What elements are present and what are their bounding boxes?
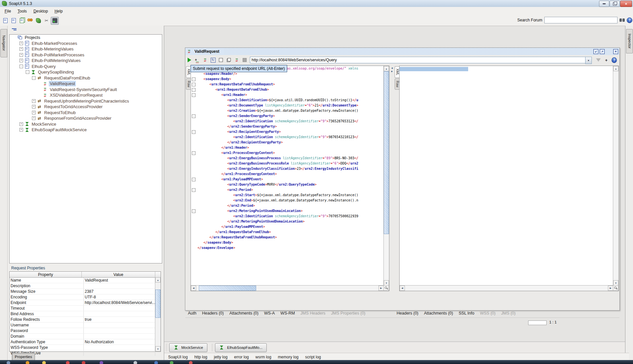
tab-auth[interactable]: Auth — [188, 311, 196, 316]
log-tab-http-log[interactable]: http log — [194, 355, 207, 359]
property-value-cell[interactable]: 2387 — [84, 289, 155, 294]
fold-collapse-icon[interactable]: - — [192, 114, 196, 118]
log-tab-error-log[interactable]: error log — [234, 355, 249, 359]
tree-item-elhub-query[interactable]: -Elhub-Query — [10, 64, 162, 70]
request-tab-raw[interactable]: Raw — [186, 78, 191, 90]
add-to-testcase-icon[interactable]: + — [195, 57, 200, 63]
magnifier-icon[interactable] — [613, 285, 618, 291]
tree-expander-icon[interactable]: + — [19, 53, 23, 57]
log-tab-wsrm-log[interactable]: wsrm log — [256, 355, 271, 359]
property-value-cell[interactable]: UTF-8 — [84, 294, 155, 300]
add-assertion-icon[interactable]: + — [604, 57, 609, 63]
tree-item-querysoapbinding[interactable]: -QuerySoapBinding — [10, 69, 162, 75]
tree-item-responsefromgridaccessprovider[interactable]: +⇄ResponseFromGridAccessProvider — [10, 115, 162, 121]
tree-options-icon[interactable] — [12, 28, 17, 33]
scroll-up-icon[interactable]: ▲ — [155, 277, 161, 283]
tree-item-projects[interactable]: Projects — [10, 35, 162, 41]
response-xml-editor[interactable] — [400, 66, 613, 286]
proxy-toggle-icon[interactable] — [51, 17, 59, 25]
minimized-window-elhubsoapfaultmo[interactable]: ElhubSoapFaultMo... — [215, 343, 267, 352]
property-value-cell[interactable]: No Authorization — [84, 339, 155, 345]
title-bar[interactable]: SoapUI 5.1.3 ✕ — [0, 0, 633, 7]
tab-inspector[interactable]: Inspector — [626, 29, 633, 53]
property-value-cell[interactable] — [84, 322, 155, 328]
tree-expander-icon[interactable]: + — [19, 59, 23, 62]
tab-navigator[interactable]: Navigator — [0, 29, 7, 57]
save-all-projects-icon[interactable] — [18, 17, 26, 25]
menu-item-help[interactable]: Help — [51, 8, 66, 15]
search-forum-input[interactable] — [544, 17, 618, 23]
column-header-value[interactable]: Value — [82, 272, 155, 277]
os-taskbar[interactable] — [0, 360, 633, 364]
tree-expander-icon[interactable]: + — [32, 111, 36, 114]
tree-expander-icon[interactable]: + — [19, 47, 23, 51]
clone-request-icon[interactable] — [226, 57, 231, 63]
tree-expander-icon[interactable]: + — [19, 42, 23, 45]
preferences-icon[interactable]: ✂ — [43, 17, 50, 25]
log-tab-jetty-log[interactable]: jetty log — [214, 355, 227, 359]
request-xml-editor[interactable]: <soapenv:Envelope xmlns:soapenv="http://… — [191, 66, 384, 286]
tree-expander-icon[interactable]: + — [32, 99, 36, 103]
property-value-cell[interactable] — [84, 311, 155, 317]
request-help-icon[interactable]: ? — [612, 57, 617, 63]
tree-expander-icon[interactable]: - — [32, 76, 36, 80]
fold-collapse-icon[interactable]: - — [192, 209, 196, 213]
tree-item-validrequest-system-securityfault[interactable]: SOAPValidRequest-System/SecurityFault — [10, 87, 162, 93]
tree-expander-icon[interactable]: - — [26, 70, 29, 74]
recreate-request-icon[interactable]: ↻ — [210, 57, 216, 63]
fold-collapse-icon[interactable]: - — [192, 130, 196, 134]
tree-expander-icon[interactable]: - — [19, 65, 23, 68]
tree-expander-icon[interactable]: + — [19, 122, 23, 126]
tree-item-xsdvalidationerrorrequest[interactable]: SOAPXSDValidationErrorRequest — [10, 92, 162, 98]
menu-item-desktop[interactable]: Desktop — [30, 8, 51, 15]
response-tab-xml[interactable]: XML — [395, 66, 400, 78]
fold-collapse-icon[interactable]: - — [192, 88, 196, 92]
tree-item-mockservice[interactable]: +MockService — [10, 121, 162, 127]
close-button[interactable]: ✕ — [620, 1, 632, 7]
fold-collapse-icon[interactable]: - — [192, 178, 196, 181]
tree-item-elhub-marketprocesses[interactable]: +Elhub-MarketProcesses — [10, 41, 162, 46]
log-tab-memory-log[interactable]: memory log — [278, 355, 299, 359]
fold-collapse-icon[interactable]: - — [192, 151, 196, 155]
help-icon[interactable]: ? — [627, 17, 632, 23]
tree-expander-icon[interactable]: + — [32, 105, 36, 108]
property-value-cell[interactable] — [84, 334, 155, 339]
property-value-cell[interactable] — [84, 350, 155, 356]
window-close-icon[interactable]: ✕ — [613, 49, 618, 54]
response-horizontal-scrollbar[interactable]: ◀ ▶ — [400, 285, 613, 291]
tree-expander-icon[interactable]: + — [32, 116, 36, 120]
log-tab-script-log[interactable]: script log — [305, 355, 321, 359]
scroll-down-icon[interactable]: ▼ — [155, 346, 161, 351]
properties-scrollbar[interactable]: ▲ ▼ — [155, 277, 161, 351]
tree-expander-icon[interactable]: + — [19, 128, 23, 132]
tree-item-elhubsoapfaultmockservice[interactable]: +ElhubSoapFaultMockService — [10, 127, 162, 133]
property-value-cell[interactable]: http://localhost:8084/WebService/servi..… — [84, 300, 155, 305]
property-value-cell[interactable]: true — [84, 317, 155, 322]
fold-collapse-icon[interactable]: - — [192, 83, 196, 86]
search-icon[interactable] — [619, 18, 625, 22]
properties-toggle-button[interactable]: Properties — [12, 353, 35, 360]
tree-item-requesttogridaccessprovider[interactable]: +⇄RequestToGridAccessProvider — [10, 104, 162, 110]
request-horizontal-scrollbar[interactable]: ◀ ▶ — [191, 285, 384, 291]
forum-icon[interactable] — [26, 17, 34, 25]
editor-splitter[interactable]: ◂▸ — [389, 66, 395, 292]
tree-item-elhub-pollmarketprocesses[interactable]: +Elhub-PollMarketProcesses — [10, 52, 162, 58]
tree-item-elhub-meteringvalues[interactable]: +Elhub-MeteringValues — [10, 46, 162, 52]
request-vertical-scrollbar[interactable]: ▲ ▼ — [383, 66, 389, 286]
response-vertical-scrollbar[interactable]: ▲ ▼ — [613, 66, 618, 286]
import-project-icon[interactable] — [10, 17, 17, 25]
tab-headers-0[interactable]: Headers (0) — [397, 311, 418, 316]
endpoint-dropdown-icon[interactable]: ▼ — [585, 57, 592, 64]
magnifier-icon[interactable] — [383, 285, 389, 291]
property-value-cell[interactable] — [84, 345, 155, 350]
minimized-window-mockservice[interactable]: MockService — [169, 343, 207, 352]
property-value-cell[interactable]: ValidRequest — [84, 278, 155, 283]
endpoint-url-input[interactable] — [250, 57, 585, 63]
soapui-home-icon[interactable] — [34, 17, 42, 25]
fold-collapse-icon[interactable]: - — [192, 93, 196, 97]
tab-ws-a[interactable]: WS-A — [264, 311, 275, 316]
request-tab-xml[interactable]: XML — [186, 66, 191, 78]
tree-item-elhub-pollmeteringvalues[interactable]: +Elhub-PollMeteringValues — [10, 58, 162, 64]
tab-ws-rm[interactable]: WS-RM — [281, 311, 295, 316]
submit-request-icon[interactable] — [187, 57, 192, 63]
